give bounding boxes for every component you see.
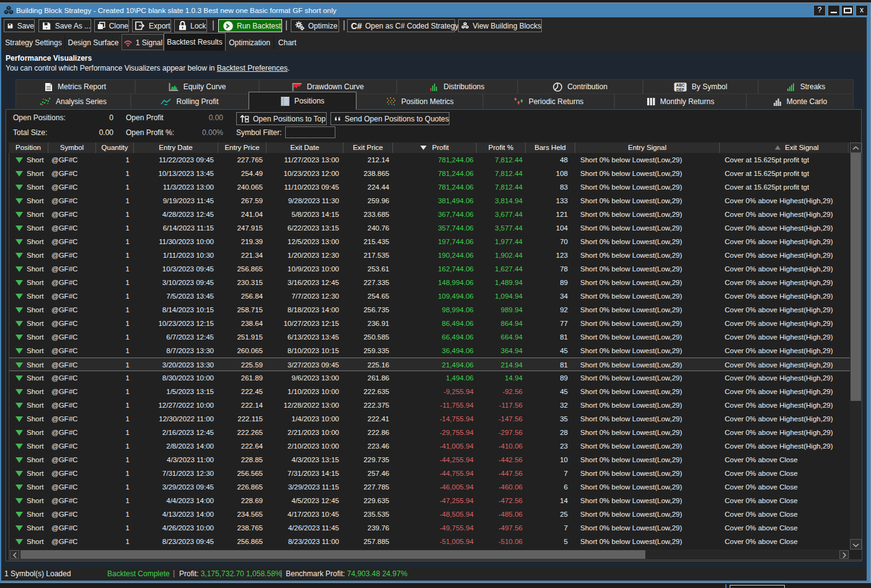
svg-text:DEF: DEF bbox=[676, 87, 684, 91]
svg-text:ABC: ABC bbox=[676, 82, 684, 87]
